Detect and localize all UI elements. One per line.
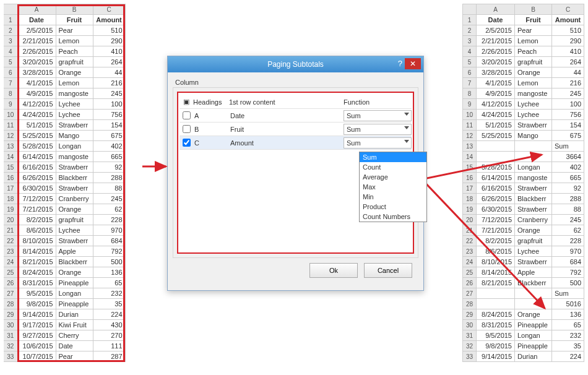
table-row[interactable]: 94/12/2015Lychee100 [463, 99, 584, 110]
cell-fruit[interactable]: Cranberry [515, 215, 552, 225]
row-head[interactable]: 7 [463, 78, 477, 88]
cell-fruit[interactable]: Blackberr [56, 257, 93, 267]
row-head[interactable]: 21 [463, 225, 477, 236]
cell-date[interactable]: 6/30/2015 [477, 204, 515, 215]
cell-fruit[interactable]: Cherry [56, 330, 93, 341]
close-button[interactable]: ✕ [405, 58, 421, 69]
cell-fruit[interactable]: Lychee [515, 99, 552, 110]
cell-fruit[interactable]: Strawberr [515, 120, 552, 131]
cell-fruit[interactable]: Longan [56, 288, 93, 299]
row-head[interactable]: 15 [4, 162, 17, 173]
table-row[interactable]: 104/24/2015Lychee756 [463, 110, 584, 120]
row-head[interactable]: 14 [463, 152, 477, 162]
cell-date[interactable]: 9/14/2015 [17, 309, 56, 320]
function-select[interactable]: Sum [344, 124, 412, 135]
cell-fruit[interactable]: Strawberr [515, 257, 552, 267]
cell-amount[interactable]: 5016 [552, 299, 584, 309]
column-row[interactable]: CAmountSum [179, 136, 412, 150]
cell-date[interactable] [477, 288, 515, 299]
table-row[interactable]: 248/21/2015Blackberr500 [4, 257, 125, 267]
table-row[interactable]: 22/5/2015Pear510 [4, 25, 125, 36]
row-head[interactable]: 3 [4, 36, 17, 46]
table-row[interactable]: 217/21/2015Orange62 [463, 225, 584, 236]
table-row[interactable]: 104/24/2015Lychee756 [4, 110, 125, 120]
cell-date[interactable]: 8/21/2015 [17, 257, 56, 267]
table-row[interactable]: 186/26/2015Blackberr288 [463, 194, 584, 204]
cell-fruit[interactable]: Longan [515, 162, 552, 173]
function-select[interactable]: Sum [344, 110, 412, 121]
cell-date[interactable]: 9/27/2015 [17, 330, 56, 341]
table-row[interactable]: 166/26/2015Blackberr288 [4, 173, 125, 183]
cell-amount[interactable]: 44 [93, 67, 125, 78]
table-row[interactable]: 42/26/2015Peach410 [463, 46, 584, 57]
cell-date[interactable]: 5/28/2015 [477, 162, 515, 173]
cell-date[interactable]: 8/14/2015 [477, 267, 515, 278]
cell-date[interactable]: 4/12/2015 [17, 99, 56, 110]
row-head[interactable]: 25 [4, 267, 17, 278]
cell-fruit[interactable]: Lemon [515, 36, 552, 46]
table-row[interactable]: 143664 [463, 152, 584, 162]
cell-date[interactable]: 7/12/2015 [17, 194, 56, 204]
row-head[interactable]: 10 [4, 110, 17, 120]
cell-date[interactable]: 2/21/2015 [17, 36, 56, 46]
table-row[interactable]: 238/14/2015Apple792 [4, 246, 125, 257]
table-row[interactable]: 197/21/2015Orange62 [4, 204, 125, 215]
cell-fruit[interactable]: mangoste [56, 152, 93, 162]
cell-amount[interactable]: 216 [552, 78, 584, 88]
dropdown-option[interactable]: Average [360, 172, 426, 182]
cell-fruit[interactable]: Apple [56, 246, 93, 257]
table-row[interactable]: 238/6/2015Lychee970 [463, 246, 584, 257]
cell-amount[interactable]: 756 [552, 110, 584, 120]
cell-amount[interactable]: 290 [93, 36, 125, 46]
cell-fruit[interactable]: Blackberr [515, 278, 552, 288]
cell-fruit[interactable]: Strawberr [515, 204, 552, 215]
row-head[interactable]: 12 [463, 131, 477, 141]
cell-amount[interactable]: 100 [552, 99, 584, 110]
cell-date[interactable]: 6/26/2015 [17, 173, 56, 183]
cell-date[interactable]: 8/31/2015 [477, 320, 515, 330]
row-head[interactable]: 20 [463, 215, 477, 225]
table-row[interactable]: 125/25/2015Mango675 [4, 131, 125, 141]
left-spreadsheet[interactable]: A B C 1 Date Fruit Amount 22/5/2015Pear5… [4, 4, 126, 362]
row-head[interactable]: 28 [463, 299, 477, 309]
cell-amount[interactable]: 88 [93, 183, 125, 194]
dropdown-option[interactable]: Min [360, 192, 426, 202]
cell-fruit[interactable]: Longan [56, 141, 93, 152]
cell-date[interactable]: 3/20/2015 [17, 57, 56, 67]
cell-amount[interactable]: 92 [93, 162, 125, 173]
column-row[interactable]: BFruitSum [179, 123, 412, 136]
cell-amount[interactable]: 264 [552, 57, 584, 67]
cell-fruit[interactable]: grapfruit [515, 236, 552, 246]
cell-fruit[interactable]: Date [56, 341, 93, 351]
cell-date[interactable]: 6/14/2015 [17, 152, 56, 162]
table-row[interactable]: 156/16/2015Strawberr92 [4, 162, 125, 173]
table-row[interactable]: 196/30/2015Strawberr88 [463, 204, 584, 215]
table-row[interactable]: 42/26/2015Peach410 [4, 46, 125, 57]
right-spreadsheet[interactable]: A B C 1 Date Fruit Amount 22/5/2015Pear5… [462, 4, 584, 362]
cell-fruit[interactable]: mangoste [515, 173, 552, 183]
row-head[interactable]: 1 [463, 15, 477, 25]
dropdown-option[interactable]: Count [360, 162, 426, 172]
cell-fruit[interactable]: Strawberr [56, 162, 93, 173]
function-select[interactable]: Sum [344, 137, 412, 149]
cell-amount[interactable]: 402 [93, 141, 125, 152]
row-head[interactable]: 19 [463, 204, 477, 215]
table-row[interactable]: 115/1/2015Strawberr154 [4, 120, 125, 131]
cell-date[interactable]: 5/28/2015 [17, 141, 56, 152]
cell-date[interactable]: 10/6/2015 [17, 341, 56, 351]
cell-amount[interactable]: 232 [552, 330, 584, 341]
cell-date[interactable]: 8/14/2015 [17, 246, 56, 257]
table-row[interactable]: 319/5/2015Longan232 [463, 330, 584, 341]
cell-fruit[interactable]: Blackberr [56, 173, 93, 183]
row-head[interactable]: 29 [4, 309, 17, 320]
cell-fruit[interactable]: Pear [515, 25, 552, 36]
cell-amount[interactable]: 44 [552, 67, 584, 78]
cell-fruit[interactable]: Orange [515, 309, 552, 320]
cell-fruit[interactable]: Durian [56, 309, 93, 320]
cell-amount[interactable]: 970 [93, 225, 125, 236]
corner-cell[interactable] [463, 4, 477, 15]
cell-amount[interactable]: 287 [93, 351, 125, 362]
dialog-titlebar[interactable]: Paging Subtotals ? ✕ [168, 56, 423, 72]
cell-amount[interactable]: 245 [552, 88, 584, 99]
cell-amount[interactable]: 245 [552, 215, 584, 225]
